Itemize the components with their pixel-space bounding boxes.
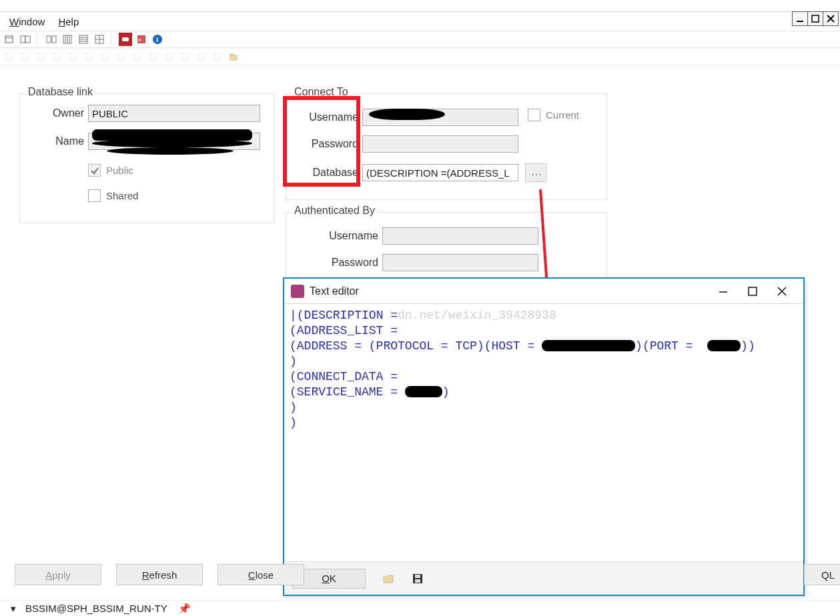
- main-button-row: ApplyApply RefreshRefresh CloseClose: [15, 564, 304, 585]
- tool-oracle-icon[interactable]: [119, 33, 132, 46]
- tool-icon[interactable]: [77, 33, 90, 46]
- svg-rect-45: [749, 287, 757, 295]
- tool-folder-icon[interactable]: [227, 50, 240, 63]
- app-icon: [291, 285, 304, 298]
- apply-button[interactable]: ApplyApply: [15, 564, 101, 585]
- tool-icon: [35, 50, 48, 63]
- svg-rect-35: [150, 53, 157, 60]
- database-browse-button[interactable]: ...: [525, 163, 546, 182]
- maximize-button[interactable]: [807, 11, 823, 26]
- svg-rect-36: [166, 53, 173, 60]
- owner-label: Owner: [33, 107, 88, 119]
- tool-icon: [3, 50, 16, 63]
- svg-rect-6: [21, 36, 25, 43]
- svg-rect-33: [118, 53, 125, 60]
- group-database-link: Database link Owner Name Public Shared: [19, 93, 274, 223]
- tool-pdf-icon[interactable]: P: [135, 33, 148, 46]
- open-file-icon[interactable]: [382, 572, 395, 585]
- status-bar: ▾ BSSIM@SPH_BSSIM_RUN-TY 📌: [0, 600, 840, 616]
- auth-password-field[interactable]: [382, 254, 538, 271]
- svg-rect-39: [214, 53, 221, 60]
- group-legend: Authenticated By: [292, 205, 378, 217]
- minimize-button[interactable]: [792, 11, 808, 26]
- svg-rect-8: [47, 36, 51, 43]
- auth-password-label: Password: [309, 257, 382, 269]
- tool-icon: [131, 50, 144, 63]
- svg-rect-28: [38, 53, 45, 60]
- status-session: BSSIM@SPH_BSSIM_RUN-TY: [25, 603, 167, 614]
- dropdown-icon[interactable]: ▾: [11, 603, 16, 615]
- dialog-maximize-button[interactable]: [738, 281, 767, 301]
- current-checkbox-label: Current: [546, 109, 579, 121]
- dialog-minimize-button[interactable]: [709, 281, 738, 301]
- tool-icon: [195, 50, 208, 63]
- public-checkbox[interactable]: [88, 164, 101, 177]
- dialog-title: Text editor: [310, 285, 359, 297]
- dialog-button-bar: OOKK: [284, 561, 803, 595]
- menu-bar: WWindowindow HHelpelp: [0, 11, 840, 31]
- connect-username-label: Username: [300, 111, 362, 123]
- svg-text:i: i: [156, 35, 158, 43]
- tool-icon: [83, 50, 96, 63]
- text-editor-dialog: Text editor |(DESCRIPTION =dn.net/weixin…: [283, 277, 805, 596]
- svg-rect-41: [230, 54, 234, 56]
- tool-icon: [51, 50, 64, 63]
- dialog-close-button[interactable]: [767, 281, 797, 301]
- svg-rect-34: [134, 53, 141, 60]
- svg-rect-30: [70, 53, 77, 60]
- tool-icon[interactable]: [3, 33, 16, 46]
- svg-rect-29: [54, 53, 61, 60]
- tool-icon: [115, 50, 128, 63]
- tool-icon[interactable]: [45, 33, 58, 46]
- close-main-button[interactable]: CloseClose: [218, 564, 304, 585]
- toolbar-row-2: [0, 48, 840, 65]
- tool-icon: [211, 50, 224, 63]
- svg-rect-49: [415, 575, 420, 578]
- owner-field[interactable]: [88, 105, 260, 122]
- tool-icon: [67, 50, 80, 63]
- svg-rect-32: [102, 53, 109, 60]
- editor-textarea[interactable]: |(DESCRIPTION =dn.net/weixin_39428938 (A…: [284, 304, 803, 561]
- group-connect-to: Connect To Username Current Password Dat…: [286, 93, 607, 200]
- tool-icon: [99, 50, 112, 63]
- pin-icon[interactable]: 📌: [178, 603, 191, 615]
- menu-window[interactable]: WWindowindow: [3, 15, 51, 29]
- svg-rect-9: [52, 36, 56, 43]
- tool-info-icon[interactable]: i: [151, 33, 164, 46]
- svg-rect-50: [415, 579, 420, 583]
- svg-rect-31: [86, 53, 93, 60]
- connect-password-label: Password: [300, 138, 362, 150]
- tool-icon: [179, 50, 192, 63]
- group-legend: Database link: [25, 86, 95, 98]
- tool-icon[interactable]: [61, 33, 74, 46]
- public-checkbox-label: Public: [106, 165, 133, 176]
- connect-database-field[interactable]: [362, 164, 518, 181]
- current-checkbox[interactable]: [528, 109, 540, 121]
- svg-rect-4: [5, 36, 13, 43]
- ql-button[interactable]: QL: [804, 564, 840, 585]
- tool-icon[interactable]: [19, 33, 32, 46]
- tool-icon[interactable]: [93, 33, 106, 46]
- group-legend: Connect To: [292, 86, 351, 98]
- svg-rect-21: [122, 37, 129, 41]
- tool-icon: [163, 50, 176, 63]
- refresh-button[interactable]: RefreshRefresh: [116, 564, 203, 585]
- svg-rect-37: [182, 53, 189, 60]
- auth-username-field[interactable]: [382, 227, 538, 245]
- auth-username-label: Username: [309, 230, 382, 242]
- shared-checkbox[interactable]: [88, 189, 101, 202]
- window-controls: [793, 11, 839, 26]
- close-button[interactable]: [823, 11, 839, 26]
- dialog-titlebar: Text editor: [284, 279, 803, 304]
- connect-database-label: Database: [300, 167, 362, 179]
- tool-icon: [19, 50, 32, 63]
- save-file-icon[interactable]: [411, 572, 424, 585]
- svg-rect-7: [25, 36, 30, 43]
- svg-rect-1: [812, 15, 819, 22]
- tool-icon: [147, 50, 160, 63]
- connect-password-field[interactable]: [362, 135, 518, 153]
- menu-help[interactable]: HHelpelp: [51, 15, 85, 29]
- svg-rect-38: [198, 53, 205, 60]
- shared-checkbox-label: Shared: [106, 190, 138, 201]
- svg-rect-26: [6, 53, 13, 60]
